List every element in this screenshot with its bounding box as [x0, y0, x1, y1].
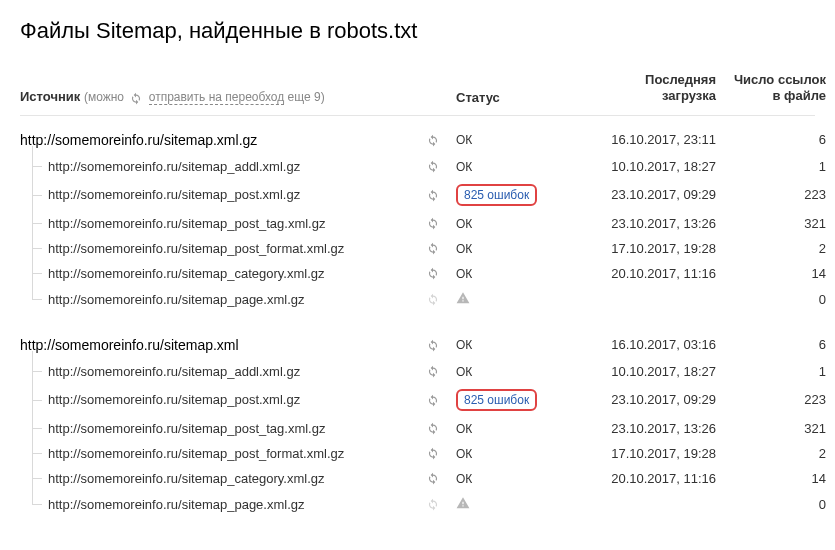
sitemap-url[interactable]: http://somemoreinfo.ru/sitemap_category.… [20, 471, 420, 486]
sitemap-child-row: http://somemoreinfo.ru/sitemap_addl.xml.… [20, 154, 815, 179]
link-count: 0 [716, 292, 826, 307]
header-date: Последняя загрузка [556, 72, 716, 105]
sitemap-child-row: http://somemoreinfo.ru/sitemap_page.xml.… [20, 286, 815, 313]
last-load-date: 10.10.2017, 18:27 [556, 159, 716, 174]
sitemap-parent-row: http://somemoreinfo.ru/sitemap.xml ОК 16… [20, 331, 815, 359]
sitemap-child-row: http://somemoreinfo.ru/sitemap_post_tag.… [20, 416, 815, 441]
last-load-date: 23.10.2017, 13:26 [556, 421, 716, 436]
link-count: 2 [716, 446, 826, 461]
last-load-date: 23.10.2017, 09:29 [556, 187, 716, 202]
sitemap-url[interactable]: http://somemoreinfo.ru/sitemap_post_form… [20, 446, 420, 461]
sitemap-url[interactable]: http://somemoreinfo.ru/sitemap_post.xml.… [20, 187, 420, 202]
refresh-icon[interactable] [420, 241, 446, 255]
sitemap-child-row: http://somemoreinfo.ru/sitemap_category.… [20, 261, 815, 286]
header-hint: (можно отправить на переобход еще 9) [84, 90, 325, 104]
last-load-date: 16.10.2017, 03:16 [556, 337, 716, 352]
page-title: Файлы Sitemap, найденные в robots.txt [20, 18, 815, 44]
sitemap-url[interactable]: http://somemoreinfo.ru/sitemap_category.… [20, 266, 420, 281]
link-count: 223 [716, 392, 826, 407]
sitemap-url[interactable]: http://somemoreinfo.ru/sitemap_post_tag.… [20, 421, 420, 436]
status-ok: ОК [456, 267, 472, 281]
sitemap-child-row: http://somemoreinfo.ru/sitemap_addl.xml.… [20, 359, 815, 384]
status-ok: ОК [456, 217, 472, 231]
header-count: Число ссылок в файле [716, 72, 826, 105]
header-status: Статус [446, 90, 556, 105]
sitemap-child-row: http://somemoreinfo.ru/sitemap_post_tag.… [20, 211, 815, 236]
last-load-date: 10.10.2017, 18:27 [556, 364, 716, 379]
sitemap-url[interactable]: http://somemoreinfo.ru/sitemap.xml.gz [20, 132, 420, 148]
table-header: Источник (можно отправить на переобход е… [20, 72, 815, 116]
refresh-icon[interactable] [420, 393, 446, 407]
last-load-date: 20.10.2017, 11:16 [556, 266, 716, 281]
status-ok: ОК [456, 338, 472, 352]
refresh-icon[interactable] [420, 338, 446, 352]
link-count: 321 [716, 216, 826, 231]
refresh-icon[interactable] [420, 216, 446, 230]
sitemap-child-row: http://somemoreinfo.ru/sitemap_post.xml.… [20, 384, 815, 416]
refresh-icon[interactable] [420, 266, 446, 280]
sitemap-child-row: http://somemoreinfo.ru/sitemap_post.xml.… [20, 179, 815, 211]
last-load-date: 17.10.2017, 19:28 [556, 446, 716, 461]
status-error-badge[interactable]: 825 ошибок [456, 389, 537, 411]
status-ok: ОК [456, 422, 472, 436]
status-ok: ОК [456, 365, 472, 379]
link-count: 14 [716, 471, 826, 486]
status-ok: ОК [456, 133, 472, 147]
sitemap-url[interactable]: http://somemoreinfo.ru/sitemap_page.xml.… [20, 497, 420, 512]
sitemap-child-row: http://somemoreinfo.ru/sitemap_page.xml.… [20, 491, 815, 518]
sitemap-url[interactable]: http://somemoreinfo.ru/sitemap_post_tag.… [20, 216, 420, 231]
sitemap-parent-row: http://somemoreinfo.ru/sitemap.xml.gz ОК… [20, 126, 815, 154]
status-ok: ОК [456, 160, 472, 174]
sitemap-child-row: http://somemoreinfo.ru/sitemap_post_form… [20, 236, 815, 261]
refresh-icon[interactable] [420, 471, 446, 485]
refresh-icon[interactable] [420, 446, 446, 460]
refresh-icon[interactable] [420, 364, 446, 378]
header-source-label: Источник [20, 89, 80, 104]
header-source: Источник (можно отправить на переобход е… [20, 89, 420, 105]
link-count: 6 [716, 132, 826, 147]
status-ok: ОК [456, 472, 472, 486]
refresh-icon[interactable] [420, 159, 446, 173]
refresh-icon [129, 91, 143, 105]
sitemap-section: http://somemoreinfo.ru/sitemap.xml ОК 16… [20, 331, 815, 518]
last-load-date: 16.10.2017, 23:11 [556, 132, 716, 147]
link-count: 321 [716, 421, 826, 436]
last-load-date: 17.10.2017, 19:28 [556, 241, 716, 256]
last-load-date: 23.10.2017, 13:26 [556, 216, 716, 231]
link-count: 2 [716, 241, 826, 256]
sitemap-url[interactable]: http://somemoreinfo.ru/sitemap_post.xml.… [20, 392, 420, 407]
sitemap-url[interactable]: http://somemoreinfo.ru/sitemap.xml [20, 337, 420, 353]
sitemap-url[interactable]: http://somemoreinfo.ru/sitemap_page.xml.… [20, 292, 420, 307]
sitemap-url[interactable]: http://somemoreinfo.ru/sitemap_addl.xml.… [20, 364, 420, 379]
last-load-date: 20.10.2017, 11:16 [556, 471, 716, 486]
refresh-icon[interactable] [420, 188, 446, 202]
link-count: 1 [716, 159, 826, 174]
refresh-icon[interactable] [420, 133, 446, 147]
sitemap-url[interactable]: http://somemoreinfo.ru/sitemap_post_form… [20, 241, 420, 256]
status-error-badge[interactable]: 825 ошибок [456, 184, 537, 206]
warning-icon [456, 293, 470, 308]
refresh-icon [420, 497, 446, 511]
link-count: 14 [716, 266, 826, 281]
link-count: 6 [716, 337, 826, 352]
sitemap-url[interactable]: http://somemoreinfo.ru/sitemap_addl.xml.… [20, 159, 420, 174]
status-ok: ОК [456, 242, 472, 256]
resend-link[interactable]: отправить на переобход [149, 90, 285, 105]
link-count: 223 [716, 187, 826, 202]
sitemap-section: http://somemoreinfo.ru/sitemap.xml.gz ОК… [20, 126, 815, 313]
sitemap-child-row: http://somemoreinfo.ru/sitemap_category.… [20, 466, 815, 491]
refresh-icon[interactable] [420, 421, 446, 435]
sitemap-child-row: http://somemoreinfo.ru/sitemap_post_form… [20, 441, 815, 466]
last-load-date: 23.10.2017, 09:29 [556, 392, 716, 407]
warning-icon [456, 498, 470, 513]
link-count: 0 [716, 497, 826, 512]
link-count: 1 [716, 364, 826, 379]
refresh-icon [420, 292, 446, 306]
status-ok: ОК [456, 447, 472, 461]
